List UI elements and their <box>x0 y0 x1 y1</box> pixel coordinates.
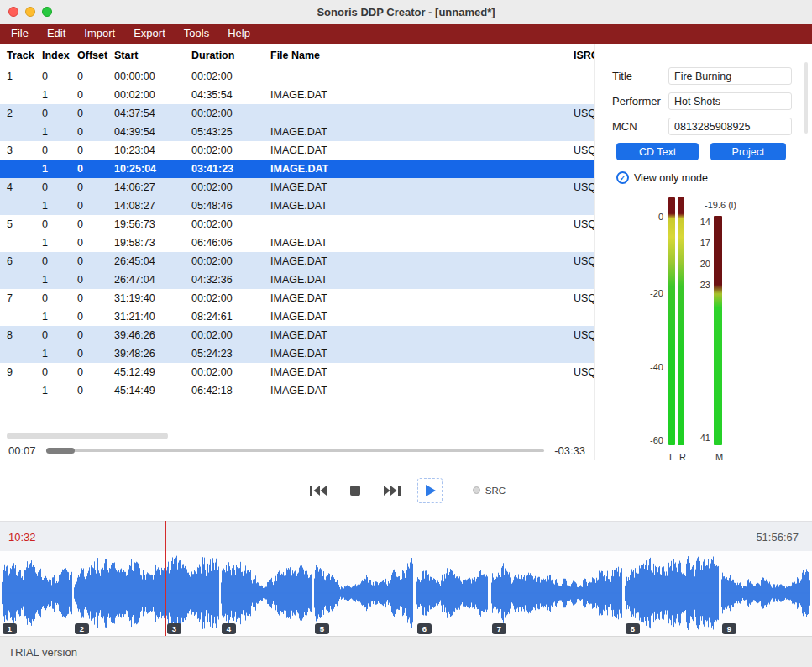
track-row[interactable]: 1000:02:0004:35:54IMAGE.DAT <box>0 86 594 104</box>
waveform-segment-4[interactable] <box>221 554 312 633</box>
waveform-display[interactable]: 123456789 <box>0 551 812 636</box>
waveform-segment-3[interactable] <box>166 554 219 633</box>
menu-tools[interactable]: Tools <box>175 24 218 44</box>
table-cell: 9 <box>7 366 42 378</box>
seek-track[interactable] <box>46 449 545 452</box>
app-window: Sonoris DDP Creator - [unnamed*] FileEdi… <box>0 0 812 667</box>
track-marker-1[interactable]: 1 <box>3 623 17 634</box>
menu-edit[interactable]: Edit <box>38 24 75 44</box>
table-cell: 0 <box>42 144 77 156</box>
window-title: Sonoris DDP Creator - [unnamed*] <box>0 6 812 18</box>
table-cell: 0 <box>77 329 114 341</box>
track-row[interactable]: 20004:37:5400:02:00USQ <box>0 104 594 123</box>
table-cell: 0 <box>42 181 77 193</box>
track-row[interactable]: 10000:00:0000:02:00 <box>0 67 594 86</box>
statusbar: TRIAL version <box>0 636 812 667</box>
table-cell: 0 <box>42 108 77 119</box>
performer-field[interactable] <box>668 92 792 110</box>
table-cell: 14:08:27 <box>114 200 191 212</box>
track-marker-4[interactable]: 4 <box>222 623 236 634</box>
track-marker-9[interactable]: 9 <box>722 623 736 634</box>
track-row[interactable]: 50019:56:7300:02:00USQ <box>0 215 594 234</box>
table-cell: 0 <box>77 126 114 138</box>
panel-scrollbar[interactable] <box>804 62 808 134</box>
waveform-section: 10:32 51:56:67 123456789 <box>0 521 812 636</box>
track-row[interactable]: 1019:58:7306:46:06IMAGE.DAT <box>0 234 594 252</box>
src-indicator-led <box>473 486 480 494</box>
table-hscrollbar[interactable] <box>0 431 594 441</box>
play-button[interactable] <box>417 478 443 503</box>
track-marker-6[interactable]: 6 <box>417 623 432 634</box>
waveform-segment-2[interactable] <box>74 554 165 633</box>
stop-button[interactable] <box>343 479 367 502</box>
table-cell: 1 <box>42 311 77 323</box>
table-cell: 7 <box>7 292 42 304</box>
track-marker-3[interactable]: 3 <box>167 623 181 634</box>
cd-text-button[interactable]: CD Text <box>616 143 699 160</box>
src-control[interactable]: SRC <box>473 486 506 496</box>
table-cell: 10:25:04 <box>114 163 191 175</box>
table-cell: 0 <box>77 108 114 119</box>
menu-export[interactable]: Export <box>124 24 175 44</box>
track-row[interactable]: 30010:23:0400:02:00IMAGE.DATUSQ <box>0 141 594 160</box>
track-row[interactable]: 80039:46:2600:02:00IMAGE.DATUSQ <box>0 326 594 344</box>
track-marker-7[interactable]: 7 <box>492 623 506 634</box>
table-cell: IMAGE.DAT <box>270 144 574 156</box>
table-cell: 00:02:00 <box>191 255 270 267</box>
skip-back-icon <box>309 484 327 497</box>
zoom-button[interactable] <box>42 7 52 17</box>
seek-slider[interactable] <box>46 445 545 455</box>
table-cell: IMAGE.DAT <box>270 385 574 397</box>
minimize-button[interactable] <box>25 7 35 17</box>
close-button[interactable] <box>8 7 18 17</box>
waveform-segment-8[interactable] <box>625 554 719 633</box>
project-button[interactable]: Project <box>710 143 786 160</box>
table-cell: 05:48:46 <box>191 200 270 212</box>
mono-scale-label: -17 <box>675 238 710 248</box>
seek-handle[interactable] <box>46 448 75 454</box>
menu-help[interactable]: Help <box>218 24 259 44</box>
mono-scale-label: -23 <box>675 280 710 290</box>
playhead-cursor[interactable] <box>165 521 166 636</box>
track-row[interactable]: 70031:19:4000:02:00IMAGE.DATUSQ <box>0 289 594 307</box>
table-cell: 5 <box>7 218 42 230</box>
table-cell: 0 <box>42 366 77 378</box>
track-row[interactable]: 1039:48:2605:24:23IMAGE.DAT <box>0 344 594 363</box>
hscrollbar-thumb[interactable] <box>7 433 168 439</box>
view-only-checkbox[interactable]: ✓ <box>616 171 629 184</box>
waveform-segment-1[interactable] <box>2 554 72 633</box>
table-cell: IMAGE.DAT <box>270 255 574 267</box>
track-row[interactable]: 1026:47:0404:32:36IMAGE.DAT <box>0 270 594 289</box>
stop-icon <box>348 484 362 497</box>
title-field[interactable] <box>668 67 792 85</box>
mono-scale-label: -20 <box>675 259 710 269</box>
elapsed-time: 00:07 <box>8 444 36 457</box>
track-row[interactable]: 1014:08:2705:48:46IMAGE.DAT <box>0 197 594 215</box>
track-row[interactable]: 60026:45:0400:02:00IMAGE.DATUSQ <box>0 252 594 270</box>
table-cell: IMAGE.DAT <box>270 126 574 138</box>
total-time: 51:56:67 <box>756 531 799 544</box>
menu-file[interactable]: File <box>2 24 38 44</box>
prev-track-button[interactable] <box>306 479 330 502</box>
track-marker-2[interactable]: 2 <box>75 623 89 634</box>
view-only-label: View only mode <box>634 172 708 184</box>
table-cell: 04:35:54 <box>191 89 270 101</box>
track-row[interactable]: 40014:06:2700:02:00IMAGE.DATUSQ <box>0 178 594 197</box>
track-row[interactable]: 1004:39:5405:43:25IMAGE.DAT <box>0 123 594 141</box>
track-row[interactable]: 90045:12:4900:02:00IMAGE.DATUSQ <box>0 363 594 381</box>
table-cell: IMAGE.DAT <box>270 366 574 378</box>
lr-scale-label: -40 <box>628 362 663 372</box>
track-row[interactable]: 1031:21:4008:24:61IMAGE.DAT <box>0 307 594 326</box>
menu-import[interactable]: Import <box>75 24 124 44</box>
waveform-segment-6[interactable] <box>416 554 488 633</box>
table-cell: 19:58:73 <box>114 237 191 249</box>
track-marker-8[interactable]: 8 <box>626 623 640 634</box>
track-marker-5[interactable]: 5 <box>315 623 329 634</box>
waveform-segment-9[interactable] <box>721 554 810 633</box>
mcn-field[interactable] <box>668 118 792 135</box>
waveform-segment-7[interactable] <box>491 554 622 633</box>
track-row[interactable]: 1045:14:4906:42:18IMAGE.DAT <box>0 381 594 400</box>
next-track-button[interactable] <box>380 479 404 502</box>
waveform-segment-5[interactable] <box>314 554 413 633</box>
track-row-selected[interactable]: 1010:25:0403:41:23IMAGE.DAT <box>0 160 594 178</box>
